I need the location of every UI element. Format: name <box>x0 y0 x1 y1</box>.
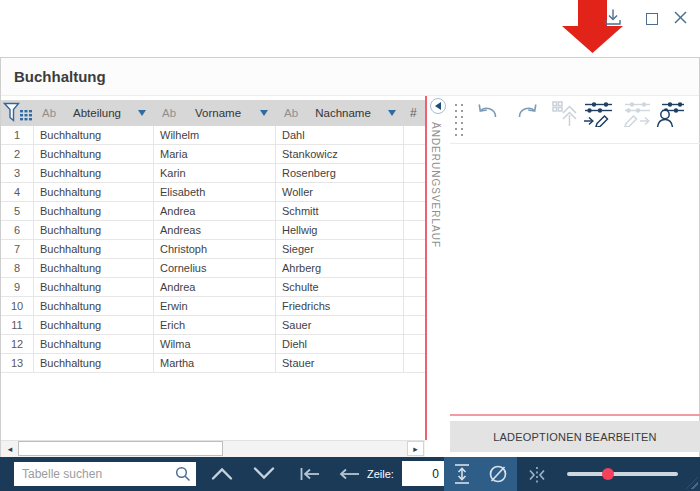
sort-down-icon[interactable] <box>138 110 146 116</box>
sort-down-icon[interactable] <box>260 110 268 116</box>
cell-vorname[interactable]: Erich <box>154 316 276 334</box>
cell-nachname[interactable]: Stankowicz <box>276 145 404 163</box>
table-row[interactable]: 12 Buchhaltung Wilma Diehl <box>1 335 425 354</box>
row-number-cell[interactable]: 2 <box>1 145 34 163</box>
download-button[interactable] <box>601 7 625 31</box>
cell-vorname[interactable]: Cornelius <box>154 259 276 277</box>
cell-abteilung[interactable]: Buchhaltung <box>34 145 154 163</box>
table-row[interactable]: 11 Buchhaltung Erich Sauer <box>1 316 425 335</box>
cell-abteilung[interactable]: Buchhaltung <box>34 126 154 144</box>
search-icon[interactable] <box>175 466 191 486</box>
table-row[interactable]: 8 Buchhaltung Cornelius Ahrberg <box>1 259 425 278</box>
sort-down-icon[interactable] <box>388 110 396 116</box>
user-load-options-button[interactable] <box>656 101 685 131</box>
cell-abteilung[interactable]: Buchhaltung <box>34 354 154 372</box>
cell-abteilung[interactable]: Buchhaltung <box>34 221 154 239</box>
scrollbar-thumb[interactable] <box>18 441 223 456</box>
row-number-cell[interactable]: 12 <box>1 335 34 353</box>
table-row[interactable]: 3 Buchhaltung Karin Rosenberg <box>1 164 425 183</box>
cell-vorname[interactable]: Wilma <box>154 335 276 353</box>
cell-abteilung[interactable]: Buchhaltung <box>34 278 154 296</box>
table-row[interactable]: 9 Buchhaltung Andrea Schulte <box>1 278 425 297</box>
column-header-abteilung[interactable]: Ab Abteilung <box>34 100 154 126</box>
cell-extra[interactable] <box>404 183 425 201</box>
redo-button[interactable] <box>514 101 541 125</box>
table-row[interactable]: 1 Buchhaltung Wilhelm Dahl <box>1 126 425 145</box>
cell-extra[interactable] <box>404 240 425 258</box>
cell-vorname[interactable]: Wilhelm <box>154 126 276 144</box>
resize-grip-icon[interactable] <box>686 477 698 489</box>
cell-vorname[interactable]: Andrea <box>154 278 276 296</box>
cell-vorname[interactable]: Andrea <box>154 202 276 220</box>
row-number-cell[interactable]: 9 <box>1 278 34 296</box>
cell-nachname[interactable]: Schmitt <box>276 202 404 220</box>
cell-abteilung[interactable]: Buchhaltung <box>34 316 154 334</box>
row-number-cell[interactable]: 7 <box>1 240 34 258</box>
table-row[interactable]: 5 Buchhaltung Andrea Schmitt <box>1 202 425 221</box>
previous-match-button[interactable] <box>211 466 233 484</box>
maximize-button[interactable] <box>640 7 664 31</box>
cell-extra[interactable] <box>404 316 425 334</box>
cell-abteilung[interactable]: Buchhaltung <box>34 183 154 201</box>
search-input[interactable] <box>14 462 196 486</box>
cell-extra[interactable] <box>404 221 425 239</box>
cell-vorname[interactable]: Christoph <box>154 240 276 258</box>
edit-load-options-button[interactable] <box>583 101 614 130</box>
fit-rows-button[interactable] <box>450 463 474 488</box>
cell-nachname[interactable]: Friedrichs <box>276 297 404 315</box>
cell-nachname[interactable]: Schulte <box>276 278 404 296</box>
scroll-right-icon[interactable]: ▸ <box>407 441 424 456</box>
go-previous-button[interactable] <box>337 466 361 485</box>
grip-icon[interactable] <box>452 100 465 136</box>
row-number-input[interactable] <box>402 461 446 486</box>
column-header-nachname[interactable]: Ab Nachname <box>276 100 404 126</box>
cell-nachname[interactable]: Hellwig <box>276 221 404 239</box>
cell-nachname[interactable]: Ahrberg <box>276 259 404 277</box>
collapse-panel-button[interactable] <box>430 98 446 114</box>
cell-extra[interactable] <box>404 278 425 296</box>
cell-vorname[interactable]: Martha <box>154 354 276 372</box>
table-row[interactable]: 13 Buchhaltung Martha Stauer <box>1 354 425 373</box>
table-row[interactable]: 4 Buchhaltung Elisabeth Woller <box>1 183 425 202</box>
fit-columns-button[interactable] <box>527 465 547 488</box>
table-row[interactable]: 6 Buchhaltung Andreas Hellwig <box>1 221 425 240</box>
cell-vorname[interactable]: Elisabeth <box>154 183 276 201</box>
cell-extra[interactable] <box>404 126 425 144</box>
table-row[interactable]: 10 Buchhaltung Erwin Friedrichs <box>1 297 425 316</box>
cell-extra[interactable] <box>404 145 425 163</box>
horizontal-scrollbar[interactable]: ◂ ▸ <box>1 440 425 457</box>
cell-abteilung[interactable]: Buchhaltung <box>34 164 154 182</box>
filter-button[interactable] <box>1 102 34 125</box>
row-number-cell[interactable]: 10 <box>1 297 34 315</box>
cell-extra[interactable] <box>404 335 425 353</box>
cell-abteilung[interactable]: Buchhaltung <box>34 335 154 353</box>
cell-vorname[interactable]: Karin <box>154 164 276 182</box>
row-number-cell[interactable]: 8 <box>1 259 34 277</box>
cell-extra[interactable] <box>404 202 425 220</box>
zoom-slider-track[interactable] <box>567 472 678 476</box>
cell-abteilung[interactable]: Buchhaltung <box>34 297 154 315</box>
scroll-left-icon[interactable]: ◂ <box>3 442 17 456</box>
cell-vorname[interactable]: Maria <box>154 145 276 163</box>
cell-extra[interactable] <box>404 164 425 182</box>
table-row[interactable]: 2 Buchhaltung Maria Stankowicz <box>1 145 425 164</box>
pane-splitter[interactable] <box>425 96 427 440</box>
zoom-slider-knob[interactable] <box>602 468 614 480</box>
go-first-button[interactable] <box>298 466 322 485</box>
cell-extra[interactable] <box>404 297 425 315</box>
cell-nachname[interactable]: Stauer <box>276 354 404 372</box>
row-number-cell[interactable]: 3 <box>1 164 34 182</box>
cell-extra[interactable] <box>404 354 425 372</box>
load-options-button[interactable]: LADEOPTIONEN BEARBEITEN <box>450 421 700 452</box>
tab-aenderungsverlauf[interactable]: ÄNDERUNGSVERLAUF <box>430 122 441 248</box>
cell-nachname[interactable]: Dahl <box>276 126 404 144</box>
undo-button[interactable] <box>474 101 501 125</box>
row-number-cell[interactable]: 5 <box>1 202 34 220</box>
column-header-vorname[interactable]: Ab Vorname <box>154 100 276 126</box>
cell-vorname[interactable]: Andreas <box>154 221 276 239</box>
cell-extra[interactable] <box>404 259 425 277</box>
cell-vorname[interactable]: Erwin <box>154 297 276 315</box>
load-all-button[interactable] <box>552 101 577 130</box>
cell-nachname[interactable]: Sauer <box>276 316 404 334</box>
cell-abteilung[interactable]: Buchhaltung <box>34 240 154 258</box>
